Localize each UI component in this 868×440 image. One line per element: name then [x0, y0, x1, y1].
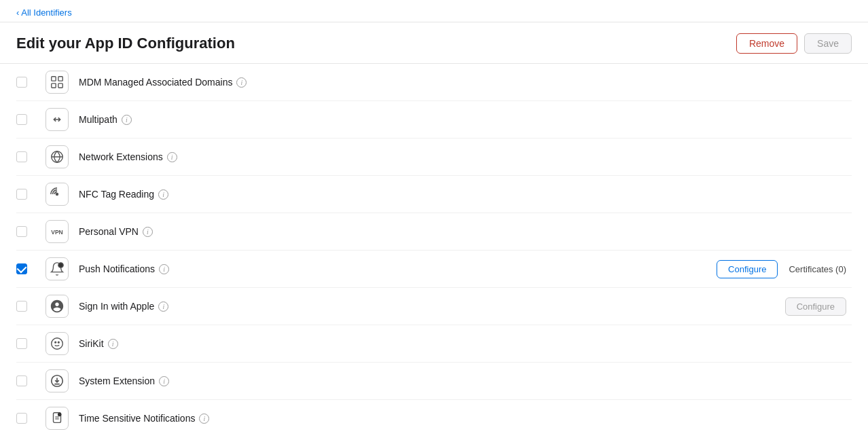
svg-point-10 [58, 342, 59, 343]
svg-point-7 [58, 263, 63, 268]
checkbox-sirikit[interactable] [16, 338, 27, 349]
info-icon-sign-in-with-apple[interactable]: i [158, 301, 168, 312]
checkbox-time-sensitive[interactable] [16, 413, 27, 424]
icon-network-extensions [46, 145, 69, 168]
capability-row-system-extension: System Extensioni [16, 363, 852, 400]
cap-name-mdm-managed: MDM Managed Associated Domains [79, 77, 232, 88]
checkbox-personal-vpn[interactable] [16, 226, 27, 237]
capability-row-multipath: Multipathi [16, 101, 852, 139]
cap-name-system-extension: System Extension [79, 375, 155, 386]
configure-button-sign-in-with-apple[interactable]: Configure [785, 297, 846, 316]
cert-label-push-notifications: Certificates (0) [789, 264, 846, 274]
page-title: Edit your App ID Configuration [16, 35, 235, 52]
configure-button-push-notifications[interactable]: Configure [717, 260, 778, 278]
info-icon-nfc-tag-reading[interactable]: i [158, 189, 168, 200]
svg-point-5 [56, 194, 58, 196]
cap-name-sign-in-with-apple: Sign In with Apple [79, 301, 154, 312]
svg-rect-0 [52, 77, 56, 81]
svg-rect-3 [58, 84, 62, 88]
info-icon-time-sensitive[interactable]: i [199, 414, 209, 424]
capability-row-sign-in-with-apple: Sign In with AppleiConfigure [16, 288, 852, 325]
icon-sign-in-with-apple [46, 295, 69, 318]
cap-name-network-extensions: Network Extensions [79, 151, 163, 162]
icon-multipath [46, 108, 69, 131]
checkbox-push-notifications[interactable] [16, 263, 27, 274]
svg-text:VPN: VPN [51, 229, 62, 236]
cap-name-sirikit: SiriKit [79, 338, 104, 349]
capability-list: MDM Managed Associated DomainsiMultipath… [0, 64, 868, 437]
icon-mdm-managed [46, 71, 69, 94]
capability-row-nfc-tag-reading: NFC Tag Readingi [16, 176, 852, 213]
capability-row-push-notifications: Push NotificationsiConfigureCertificates… [16, 251, 852, 288]
info-icon-personal-vpn[interactable]: i [143, 227, 153, 237]
cap-name-multipath: Multipath [79, 114, 117, 125]
svg-rect-2 [52, 84, 56, 88]
capability-row-sirikit: SiriKiti [16, 325, 852, 363]
capability-row-mdm-managed: MDM Managed Associated Domainsi [16, 64, 852, 101]
capability-row-personal-vpn: VPNPersonal VPNi [16, 213, 852, 251]
info-icon-multipath[interactable]: i [122, 115, 132, 125]
checkbox-sign-in-with-apple[interactable] [16, 301, 27, 312]
header-actions: Remove Save [736, 33, 852, 54]
checkbox-nfc-tag-reading[interactable] [16, 189, 27, 200]
checkbox-network-extensions[interactable] [16, 151, 27, 162]
cap-actions-push-notifications: ConfigureCertificates (0) [717, 260, 852, 278]
info-icon-system-extension[interactable]: i [159, 376, 169, 386]
icon-time-sensitive [46, 407, 69, 430]
remove-button[interactable]: Remove [736, 33, 797, 54]
icon-personal-vpn: VPN [46, 220, 69, 243]
capability-row-network-extensions: Network Extensionsi [16, 139, 852, 176]
icon-sirikit [46, 332, 69, 355]
capability-row-time-sensitive: Time Sensitive Notificationsi [16, 400, 852, 437]
svg-rect-1 [58, 77, 62, 81]
checkbox-multipath[interactable] [16, 114, 27, 125]
info-icon-sirikit[interactable]: i [108, 339, 118, 349]
cap-name-time-sensitive: Time Sensitive Notifications [79, 413, 195, 424]
icon-system-extension [46, 369, 69, 392]
info-icon-push-notifications[interactable]: i [159, 264, 169, 274]
page-header: Edit your App ID Configuration Remove Sa… [0, 22, 868, 64]
cap-name-personal-vpn: Personal VPN [79, 226, 139, 237]
cap-name-nfc-tag-reading: NFC Tag Reading [79, 189, 154, 200]
save-button[interactable]: Save [804, 33, 852, 54]
info-icon-network-extensions[interactable]: i [167, 152, 177, 162]
checkbox-system-extension[interactable] [16, 375, 27, 386]
icon-push-notifications [46, 257, 69, 280]
svg-point-9 [55, 342, 56, 343]
svg-point-13 [58, 413, 62, 417]
cap-actions-sign-in-with-apple: Configure [785, 297, 852, 316]
cap-name-push-notifications: Push Notifications [79, 263, 155, 274]
svg-point-8 [52, 338, 63, 350]
checkbox-mdm-managed[interactable] [16, 77, 27, 88]
icon-nfc-tag-reading [46, 183, 69, 206]
back-link[interactable]: All Identifiers [16, 7, 72, 18]
info-icon-mdm-managed[interactable]: i [236, 77, 247, 88]
